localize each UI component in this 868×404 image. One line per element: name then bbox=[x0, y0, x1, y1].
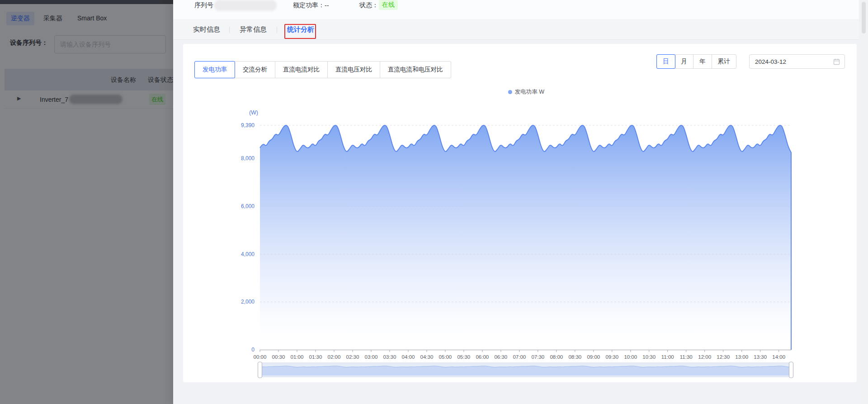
rated-power-value: -- bbox=[325, 2, 329, 9]
tab-abnormal-info[interactable]: 异常信息 bbox=[240, 25, 267, 34]
modal-dim-overlay[interactable] bbox=[0, 0, 173, 404]
rated-power-label: 额定功率： bbox=[293, 1, 325, 10]
svg-text:(W): (W) bbox=[249, 109, 258, 116]
svg-text:03:00: 03:00 bbox=[365, 354, 378, 360]
tab-statistical-analysis[interactable]: 统计分析 bbox=[287, 25, 314, 34]
svg-text:05:30: 05:30 bbox=[457, 354, 470, 360]
page: 逆变器 采集器 Smart Box 设备序列号： 设备名称 设备状态 ▶ Inv… bbox=[0, 0, 868, 404]
period-day-button[interactable]: 日 bbox=[656, 54, 675, 69]
metric-power-button[interactable]: 发电功率 bbox=[194, 61, 235, 78]
svg-text:09:30: 09:30 bbox=[605, 354, 618, 360]
scrollbar-thumb[interactable] bbox=[862, 2, 866, 33]
svg-text:08:30: 08:30 bbox=[568, 354, 581, 360]
svg-text:04:00: 04:00 bbox=[402, 354, 415, 360]
svg-text:03:30: 03:30 bbox=[383, 354, 396, 360]
device-list-panel: 逆变器 采集器 Smart Box 设备序列号： 设备名称 设备状态 ▶ Inv… bbox=[0, 0, 173, 404]
svg-text:6,000: 6,000 bbox=[241, 203, 255, 209]
device-detail-drawer: 序列号： 额定功率： -- 状态： 在线 实时信息 异常信息 统计分析 发电功率… bbox=[173, 0, 868, 404]
brush-handle bbox=[789, 362, 793, 378]
svg-text:05:00: 05:00 bbox=[439, 354, 452, 360]
svg-text:06:30: 06:30 bbox=[494, 354, 507, 360]
svg-text:12:00: 12:00 bbox=[698, 354, 711, 360]
chart-card: 发电功率 交流分析 直流电流对比 直流电压对比 直流电流和电压对比 日 月 年 … bbox=[183, 44, 857, 382]
drawer-header: 序列号： 额定功率： -- 状态： 在线 bbox=[173, 0, 868, 19]
redacted-serial bbox=[214, 0, 277, 11]
rated-power: 额定功率： -- bbox=[293, 1, 329, 10]
svg-text:12:30: 12:30 bbox=[717, 354, 730, 360]
svg-text:10:30: 10:30 bbox=[642, 354, 656, 360]
svg-text:13:00: 13:00 bbox=[735, 354, 748, 360]
svg-text:13:30: 13:30 bbox=[754, 354, 767, 360]
svg-text:07:30: 07:30 bbox=[531, 354, 544, 360]
svg-text:09:00: 09:00 bbox=[587, 354, 600, 360]
svg-text:00:00: 00:00 bbox=[254, 354, 267, 360]
svg-text:11:00: 11:00 bbox=[661, 354, 674, 360]
svg-text:0: 0 bbox=[251, 347, 255, 353]
svg-text:01:30: 01:30 bbox=[309, 354, 322, 360]
drawer-tab-bar: 实时信息 异常信息 统计分析 bbox=[173, 19, 868, 40]
svg-text:01:00: 01:00 bbox=[291, 354, 304, 360]
status-badge: 在线 bbox=[379, 0, 398, 10]
tab-divider bbox=[229, 27, 230, 33]
svg-text:02:30: 02:30 bbox=[346, 354, 359, 360]
svg-text:2,000: 2,000 bbox=[241, 299, 255, 305]
svg-text:14:00: 14:00 bbox=[772, 354, 785, 360]
svg-text:8,000: 8,000 bbox=[241, 155, 255, 162]
status-label: 状态： bbox=[359, 1, 378, 10]
svg-text:4,000: 4,000 bbox=[241, 251, 255, 257]
svg-text:06:00: 06:00 bbox=[476, 354, 489, 360]
svg-text:02:00: 02:00 bbox=[328, 354, 341, 360]
svg-text:10:00: 10:00 bbox=[624, 354, 637, 360]
svg-text:08:00: 08:00 bbox=[550, 354, 563, 360]
tab-realtime-info[interactable]: 实时信息 bbox=[193, 25, 220, 34]
power-area-chart[interactable]: 02,0004,0006,0008,0009,390(W)00:0000:300… bbox=[183, 44, 857, 382]
svg-text:07:00: 07:00 bbox=[513, 354, 526, 360]
brush-handle bbox=[258, 362, 262, 378]
svg-text:04:30: 04:30 bbox=[420, 354, 434, 360]
tab-divider bbox=[277, 27, 277, 33]
svg-text:11:30: 11:30 bbox=[680, 354, 693, 360]
scrollbar-track[interactable] bbox=[859, 0, 868, 404]
svg-text:9,390: 9,390 bbox=[241, 122, 255, 128]
svg-text:00:30: 00:30 bbox=[272, 354, 285, 360]
